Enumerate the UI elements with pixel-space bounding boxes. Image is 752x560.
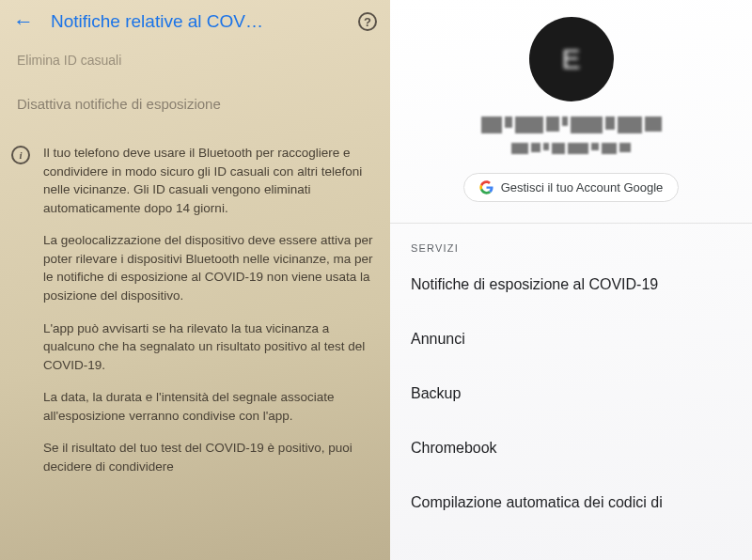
avatar-letter: E (561, 43, 580, 75)
account-avatar[interactable]: E (529, 17, 614, 101)
google-logo-icon (479, 180, 494, 194)
account-name-redacted (440, 117, 703, 137)
info-text: Il tuo telefono deve usare il Bluetooth … (43, 144, 373, 490)
info-paragraph: Il tuo telefono deve usare il Bluetooth … (43, 144, 373, 217)
info-paragraph: La data, la durata e l'intensità del seg… (43, 388, 373, 425)
manage-account-button[interactable]: Gestisci il tuo Account Google (463, 173, 680, 202)
manage-account-label: Gestisci il tuo Account Google (501, 180, 664, 194)
back-arrow-icon[interactable]: ← (13, 9, 34, 34)
menu-item-ads[interactable]: Annunci (390, 312, 752, 366)
menu-item-autofill-codes[interactable]: Compilazione automatica dei codici di (390, 475, 752, 530)
menu-item-covid-notifications[interactable]: Notifiche di esposizione al COVID-19 (390, 257, 752, 312)
account-email-redacted (468, 143, 675, 158)
menu-item-backup[interactable]: Backup (390, 366, 752, 421)
help-icon[interactable]: ? (358, 12, 377, 31)
info-paragraph: L'app può avvisarti se ha rilevato la tu… (43, 319, 373, 375)
menu-item-chromebook[interactable]: Chromebook (390, 421, 752, 475)
section-header-services: SERVIZI (390, 224, 752, 257)
info-paragraph: La geolocalizzazione del dispositivo dev… (43, 231, 373, 304)
info-paragraph: Se il risultato del tuo test del COVID-1… (43, 439, 373, 475)
info-icon: i (11, 146, 30, 164)
disable-notifications-item[interactable]: Disattiva notifiche di esposizione (0, 77, 390, 129)
page-title: Notifiche relative al COV… (51, 11, 341, 32)
delete-ids-item[interactable]: Elimina ID casuali (0, 41, 390, 77)
